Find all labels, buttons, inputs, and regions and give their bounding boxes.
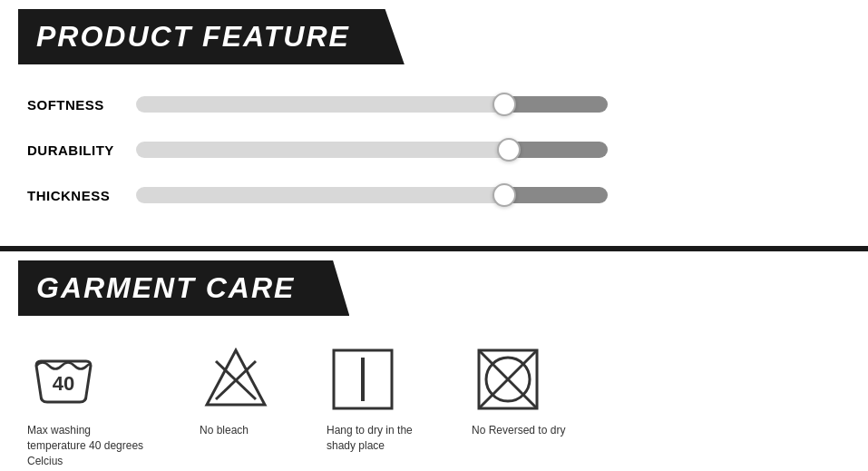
softness-label: SOFTNESS [27,97,136,113]
garment-care-section: GARMENT CARE 40 Max washing temperature … [0,246,868,471]
softness-thumb [493,93,516,116]
thickness-row: THICKNESS [27,182,841,208]
thickness-track [136,187,608,203]
garment-care-header-bg: GARMENT CARE [18,260,349,316]
care-item-no-tumble-dry: No Reversed to dry [472,343,565,438]
care-item-no-bleach: No bleach [200,343,272,438]
no-tumble-dry-label: No Reversed to dry [472,423,565,438]
durability-row: DURABILITY [27,137,841,162]
thickness-slider[interactable] [136,182,608,208]
softness-row: SOFTNESS [27,92,841,117]
hang-dry-label: Hang to dry in the shady place [327,423,444,454]
no-bleach-icon [200,343,272,416]
thickness-thumb [493,183,516,207]
durability-track [136,142,608,158]
care-icons-container: 40 Max washing temperature 40 degrees Ce… [0,325,868,471]
durability-thumb [497,138,521,162]
product-feature-section: PRODUCT FEATURE SOFTNESS DURABILITY THIC… [0,0,868,246]
no-tumble-dry-icon [472,343,544,416]
durability-label: DURABILITY [27,142,136,158]
svg-text:40: 40 [53,372,74,395]
garment-care-header: GARMENT CARE [0,249,868,325]
softness-slider[interactable] [136,92,608,117]
garment-care-title: GARMENT CARE [36,271,295,304]
durability-slider[interactable] [136,137,608,162]
thickness-label: THICKNESS [27,188,136,203]
product-feature-header: PRODUCT FEATURE [0,0,868,74]
wash-40-icon: 40 [27,343,100,416]
hang-dry-shade-icon [327,343,399,416]
care-item-hang-dry: Hang to dry in the shady place [327,343,444,454]
svg-marker-1 [207,350,265,405]
features-container: SOFTNESS DURABILITY THICKNESS [0,83,868,246]
care-item-wash-40: 40 Max washing temperature 40 degrees Ce… [27,343,145,468]
softness-track [136,96,608,113]
product-feature-header-bg: PRODUCT FEATURE [18,9,405,64]
product-feature-title: PRODUCT FEATURE [36,20,350,53]
no-bleach-label: No bleach [200,423,249,438]
wash-40-label: Max washing temperature 40 degrees Celci… [27,423,145,468]
